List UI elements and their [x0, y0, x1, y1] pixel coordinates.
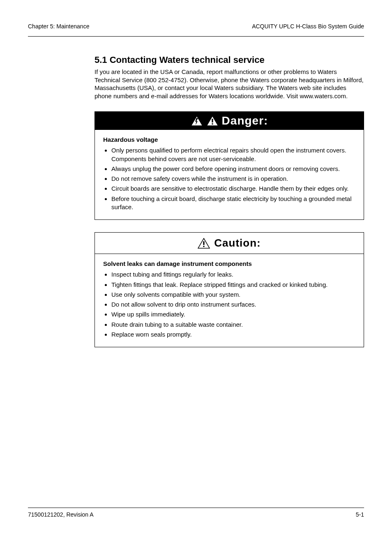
caution-callout: Caution: Solvent leaks can damage instru…: [95, 232, 364, 347]
header-right: ACQUITY UPLC H-Class Bio System Guide: [252, 23, 364, 30]
list-item: Before touching a circuit board, dischar…: [111, 195, 355, 212]
danger-header: Danger:: [95, 112, 364, 130]
exclaim-triangle-icon: [206, 115, 219, 126]
list-item: Use only solvents compatible with your s…: [111, 291, 355, 299]
list-item: Do not allow solvent to drip onto instru…: [111, 300, 355, 309]
footer-left: 71500121202, Revision A: [28, 511, 94, 518]
caution-list: Inspect tubing and fittings regularly fo…: [103, 270, 355, 339]
svg-point-7: [203, 245, 205, 247]
page: Chapter 5: Maintenance ACQUITY UPLC H-Cl…: [0, 0, 392, 554]
danger-callout: Danger: Hazardous voltage Only persons q…: [95, 111, 364, 220]
caution-header: Caution:: [95, 233, 364, 254]
caution-label: Caution:: [214, 237, 261, 249]
footer-right: 5-1: [356, 511, 364, 518]
caution-body: Solvent leaks can damage instrument comp…: [95, 254, 364, 347]
page-header: Chapter 5: Maintenance ACQUITY UPLC H-Cl…: [28, 23, 364, 32]
svg-point-4: [212, 123, 213, 125]
danger-body: Hazardous voltage Only persons qualified…: [95, 130, 364, 219]
exclaim-triangle-icon: [198, 238, 210, 249]
section-heading: 5.1 Contacting Waters technical service: [95, 55, 364, 65]
page-footer: 71500121202, Revision A 5-1: [28, 511, 364, 518]
list-item: Wipe up spills immediately.: [111, 310, 355, 319]
header-left: Chapter 5: Maintenance: [28, 23, 89, 30]
header-rule: [28, 36, 364, 37]
list-item: Circuit boards are sensitive to electros…: [111, 185, 355, 193]
section-intro: If you are located in the USA or Canada,…: [95, 68, 364, 100]
intro-text-2: .: [346, 92, 348, 99]
danger-list: Only persons qualified to perform electr…: [103, 146, 355, 211]
svg-rect-6: [203, 241, 205, 245]
list-item: Inspect tubing and fittings regularly fo…: [111, 270, 355, 279]
list-item: Tighten fittings that leak. Replace stri…: [111, 281, 355, 289]
list-item: Only persons qualified to perform electr…: [111, 146, 355, 163]
list-item: Always unplug the power cord before open…: [111, 165, 355, 173]
list-item: Replace worn seals promptly.: [111, 330, 355, 339]
footer-rule: [28, 508, 364, 508]
bolt-triangle-icon: [191, 115, 203, 126]
intro-link[interactable]: www.waters.com: [300, 92, 346, 99]
caution-subhead: Solvent leaks can damage instrument comp…: [103, 260, 355, 268]
list-item: Route drain tubing to a suitable waste c…: [111, 321, 355, 329]
content-column: 5.1 Contacting Waters technical service …: [95, 55, 364, 347]
danger-subhead: Hazardous voltage: [103, 136, 355, 144]
danger-label: Danger:: [222, 114, 268, 127]
svg-marker-0: [191, 116, 203, 126]
list-item: Do not remove safety covers while the in…: [111, 175, 355, 183]
svg-rect-3: [212, 119, 213, 122]
